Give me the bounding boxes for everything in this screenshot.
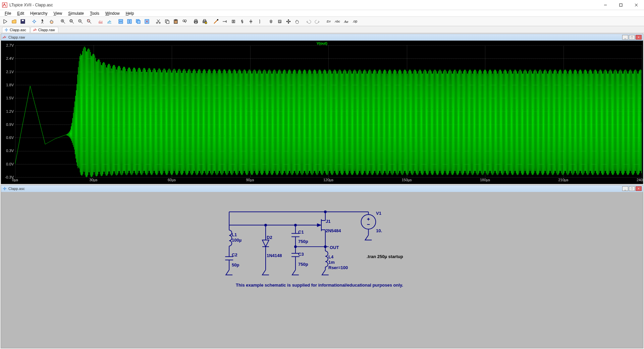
- print-button[interactable]: [192, 17, 200, 26]
- comp-value-C1[interactable]: 750p: [298, 239, 308, 244]
- comp-value-J1[interactable]: 2N5484: [326, 228, 341, 233]
- place-cap-button[interactable]: [247, 17, 255, 26]
- zoom-out-button[interactable]: [76, 17, 85, 26]
- menu-simulate[interactable]: Simulate: [65, 10, 87, 16]
- spice-text-button[interactable]: Abc: [333, 17, 341, 26]
- net-label-out[interactable]: OUT: [330, 245, 339, 250]
- place-res-button[interactable]: [238, 17, 246, 26]
- copy-button[interactable]: [163, 17, 171, 26]
- waveform-icon: [2, 35, 7, 40]
- y-tick: 0.6V: [6, 136, 14, 140]
- place-diode-button[interactable]: [267, 17, 275, 26]
- schematic-footer[interactable]: This example schematic is supplied for i…: [236, 283, 403, 288]
- print-setup-button[interactable]: [201, 17, 209, 26]
- comp-value-C2[interactable]: 50p: [232, 262, 239, 267]
- waveform-plot[interactable]: V(out) 2.7V2.4V2.1V1.8V1.5V1.2V0.9V0.6V0…: [1, 41, 643, 184]
- run-icon[interactable]: [39, 17, 47, 26]
- x-tick: 0µs: [12, 178, 18, 182]
- zoom-in-button[interactable]: [59, 17, 67, 26]
- waveform-pane: Clapp.raw _ □ × V(out) 2.7V2.4V2.1V1.8V1…: [1, 34, 643, 184]
- label-net-button[interactable]: [221, 17, 229, 26]
- zoom-area-button[interactable]: [68, 17, 76, 26]
- y-tick: 1.5V: [6, 96, 14, 100]
- pane-minimize-button[interactable]: _: [622, 186, 628, 191]
- menu-bar: File Edit Hierarchy View Simulate Tools …: [0, 10, 644, 17]
- y-axis[interactable]: 2.7V2.4V2.1V1.8V1.5V1.2V0.9V0.6V0.3V0.0V…: [1, 41, 15, 177]
- tile-horiz-button[interactable]: [117, 17, 125, 26]
- redo-button[interactable]: [313, 17, 321, 26]
- find-button[interactable]: [180, 17, 189, 26]
- comp-name-L1[interactable]: L1: [232, 232, 237, 237]
- comp-rser-L4[interactable]: Rser=100: [328, 265, 348, 270]
- comp-name-C3[interactable]: C3: [298, 252, 304, 257]
- pan-button[interactable]: [48, 17, 56, 26]
- svg-point-9: [42, 19, 43, 21]
- schematic-button[interactable]: [30, 17, 38, 26]
- pane-maximize-button[interactable]: □: [629, 186, 635, 191]
- pane-minimize-button[interactable]: _: [622, 35, 628, 40]
- maximize-button[interactable]: [613, 0, 629, 10]
- comp-value-L4[interactable]: 1m: [328, 260, 335, 265]
- place-ind-button[interactable]: [256, 17, 264, 26]
- menu-view[interactable]: View: [51, 10, 65, 16]
- op-button[interactable]: .op: [351, 17, 359, 26]
- menu-tools[interactable]: Tools: [87, 10, 102, 16]
- drag-button[interactable]: [293, 17, 301, 26]
- schematic-pane-titlebar[interactable]: Clapp.asc _ □ ×: [1, 185, 643, 192]
- comp-name-L4[interactable]: L4: [328, 254, 333, 259]
- menu-window[interactable]: Window: [103, 10, 122, 16]
- y-tick: 0.9V: [6, 122, 14, 127]
- trace-label[interactable]: V(out): [317, 41, 327, 45]
- run-button[interactable]: [1, 17, 9, 26]
- pane-close-button[interactable]: ×: [636, 35, 642, 40]
- place-gnd-button[interactable]: [229, 17, 237, 26]
- zoom-fit-button[interactable]: [85, 17, 93, 26]
- menu-help[interactable]: Help: [123, 10, 137, 16]
- autoscale-button[interactable]: [97, 17, 105, 26]
- draw-wire-button[interactable]: [212, 17, 220, 26]
- svg-point-96: [324, 211, 326, 213]
- waveform-canvas[interactable]: [15, 45, 642, 177]
- close-all-button[interactable]: [143, 17, 151, 26]
- spice-directive[interactable]: .tran 250µ startup: [367, 254, 403, 259]
- menu-hierarchy[interactable]: Hierarchy: [28, 10, 50, 16]
- comp-name-C2[interactable]: C2: [232, 252, 237, 257]
- pane-maximize-button[interactable]: □: [629, 35, 635, 40]
- save-button[interactable]: [19, 17, 27, 26]
- comp-name-D2[interactable]: D2: [267, 235, 272, 240]
- waveform-pane-titlebar[interactable]: Clapp.raw _ □ ×: [1, 34, 643, 41]
- x-axis[interactable]: 0µs30µs60µs90µs120µs150µs180µs210µs240µs: [15, 177, 642, 184]
- close-button[interactable]: [629, 0, 644, 10]
- menu-edit[interactable]: Edit: [14, 10, 27, 16]
- comp-value-L1[interactable]: 100µ: [232, 238, 241, 243]
- menu-file[interactable]: File: [2, 10, 14, 16]
- comp-value-D2[interactable]: 1N4148: [267, 253, 282, 258]
- schematic-canvas-area[interactable]: L1 100µ C2 50p D2 1N4148 C1 750p C3 750p…: [1, 192, 643, 348]
- text-button[interactable]: Aα: [342, 17, 350, 26]
- tab-waveform[interactable]: Clapp.raw: [31, 27, 59, 33]
- open-button[interactable]: [10, 17, 18, 26]
- place-component-button[interactable]: D: [276, 17, 284, 26]
- comp-value-C3[interactable]: 750p: [298, 262, 308, 267]
- comp-value-V1[interactable]: 10.: [376, 228, 382, 233]
- x-tick: 90µs: [246, 178, 254, 182]
- comp-name-C1[interactable]: C1: [298, 230, 304, 235]
- comp-name-V1[interactable]: V1: [376, 211, 381, 216]
- pane-close-button[interactable]: ×: [636, 186, 642, 191]
- paste-button[interactable]: [172, 17, 180, 26]
- cascade-button[interactable]: [134, 17, 142, 26]
- minimize-button[interactable]: [598, 0, 613, 10]
- y-tick: 0.0V: [6, 162, 14, 166]
- tab-label: Clapp.asc: [10, 28, 26, 32]
- tile-vert-button[interactable]: [125, 17, 133, 26]
- schematic-icon: [4, 28, 8, 32]
- svg-line-15: [72, 22, 74, 23]
- tab-schematic[interactable]: Clapp.asc: [2, 27, 30, 33]
- comp-name-J1[interactable]: J1: [326, 219, 330, 224]
- cut-button[interactable]: [154, 17, 162, 26]
- stack-button[interactable]: [105, 17, 113, 26]
- spice-err-button[interactable]: Err: [325, 17, 333, 26]
- x-tick: 180µs: [480, 178, 490, 182]
- undo-button[interactable]: [305, 17, 313, 26]
- move-button[interactable]: [284, 17, 292, 26]
